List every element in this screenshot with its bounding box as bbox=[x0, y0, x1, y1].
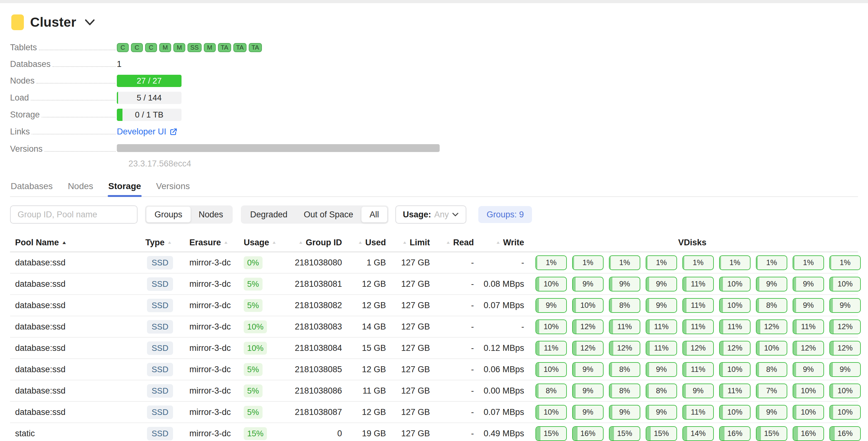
vdisk-badge[interactable]: 9% bbox=[535, 298, 567, 313]
vdisk-badge[interactable]: 11% bbox=[535, 341, 567, 355]
column-header-vdisks[interactable]: VDisks bbox=[527, 238, 858, 248]
vdisk-badge[interactable]: 12% bbox=[682, 341, 714, 355]
vdisk-badge[interactable]: 8% bbox=[609, 362, 640, 377]
column-header-used[interactable]: ▲Used bbox=[344, 238, 389, 248]
vdisk-badge[interactable]: 1% bbox=[719, 255, 750, 270]
entity-toggle-option-groups[interactable]: Groups bbox=[146, 207, 191, 222]
developer-ui-link[interactable]: Developer UI bbox=[117, 127, 178, 137]
search-input[interactable] bbox=[10, 206, 137, 224]
vdisk-badge[interactable]: 9% bbox=[793, 298, 824, 313]
vdisk-badge[interactable]: 16% bbox=[719, 426, 750, 441]
vdisk-badge[interactable]: 12% bbox=[719, 341, 750, 355]
column-header-usage[interactable]: Usage▲ bbox=[236, 238, 277, 248]
vdisk-badge[interactable]: 12% bbox=[829, 341, 861, 355]
vdisk-badge[interactable]: 9% bbox=[646, 298, 677, 313]
state-toggle-option-all[interactable]: All bbox=[362, 207, 387, 222]
vdisk-badge[interactable]: 11% bbox=[646, 341, 677, 355]
state-toggle-option-out-of-space[interactable]: Out of Space bbox=[296, 207, 362, 222]
vdisk-badge[interactable]: 9% bbox=[646, 362, 677, 377]
vdisk-badge[interactable]: 8% bbox=[756, 298, 787, 313]
vdisk-badge[interactable]: 1% bbox=[793, 255, 824, 270]
chevron-down-icon[interactable] bbox=[85, 19, 95, 26]
vdisk-badge[interactable]: 10% bbox=[829, 405, 861, 420]
vdisk-badge[interactable]: 7% bbox=[756, 383, 787, 398]
tablet-type-badge[interactable]: TA bbox=[249, 43, 262, 52]
tab-versions[interactable]: Versions bbox=[155, 179, 190, 196]
column-header-pool[interactable]: Pool Name▲ bbox=[10, 238, 136, 248]
vdisk-badge[interactable]: 1% bbox=[646, 255, 677, 270]
vdisk-badge[interactable]: 15% bbox=[609, 426, 640, 441]
vdisk-badge[interactable]: 15% bbox=[535, 426, 567, 441]
vdisk-badge[interactable]: 9% bbox=[646, 405, 677, 420]
vdisk-badge[interactable]: 10% bbox=[572, 298, 603, 313]
column-header-group[interactable]: ▲Group ID bbox=[277, 238, 344, 248]
vdisk-badge[interactable]: 15% bbox=[756, 426, 787, 441]
vdisk-badge[interactable]: 9% bbox=[572, 362, 603, 377]
vdisk-badge[interactable]: 11% bbox=[609, 319, 640, 334]
vdisk-badge[interactable]: 9% bbox=[682, 383, 714, 398]
vdisk-badge[interactable]: 11% bbox=[682, 298, 714, 313]
vdisk-badge[interactable]: 15% bbox=[646, 426, 677, 441]
tablet-type-badge[interactable]: C bbox=[117, 43, 129, 52]
vdisk-badge[interactable]: 10% bbox=[719, 405, 750, 420]
vdisk-badge[interactable]: 10% bbox=[535, 405, 567, 420]
groups-count-badge[interactable]: Groups: 9 bbox=[478, 206, 532, 223]
vdisk-badge[interactable]: 11% bbox=[682, 319, 714, 334]
vdisk-badge[interactable]: 11% bbox=[793, 319, 824, 334]
vdisk-badge[interactable]: 9% bbox=[793, 362, 824, 377]
vdisk-badge[interactable]: 12% bbox=[829, 319, 861, 334]
column-header-read[interactable]: ▲Read bbox=[432, 238, 476, 248]
usage-filter-button[interactable]: Usage: Any bbox=[395, 206, 467, 224]
vdisk-badge[interactable]: 1% bbox=[682, 255, 714, 270]
vdisk-badge[interactable]: 8% bbox=[609, 298, 640, 313]
tab-nodes[interactable]: Nodes bbox=[67, 179, 94, 196]
vdisk-badge[interactable]: 11% bbox=[719, 319, 750, 334]
vdisk-badge[interactable]: 10% bbox=[719, 298, 750, 313]
vdisk-badge[interactable]: 12% bbox=[572, 341, 603, 355]
vdisk-badge[interactable]: 8% bbox=[535, 383, 567, 398]
vdisk-badge[interactable]: 9% bbox=[829, 298, 861, 313]
vdisk-badge[interactable]: 10% bbox=[535, 319, 567, 334]
tab-databases[interactable]: Databases bbox=[10, 179, 53, 196]
vdisk-badge[interactable]: 1% bbox=[609, 255, 640, 270]
tab-storage[interactable]: Storage bbox=[108, 179, 142, 196]
vdisk-badge[interactable]: 11% bbox=[682, 362, 714, 377]
vdisk-badge[interactable]: 9% bbox=[756, 405, 787, 420]
vdisk-badge[interactable]: 14% bbox=[682, 426, 714, 441]
vdisk-badge[interactable]: 10% bbox=[829, 277, 861, 291]
column-header-write[interactable]: ▲Write bbox=[476, 238, 527, 248]
vdisk-badge[interactable]: 8% bbox=[609, 383, 640, 398]
tablet-type-badge[interactable]: SS bbox=[187, 43, 202, 52]
vdisk-badge[interactable]: 10% bbox=[535, 362, 567, 377]
tablet-type-badge[interactable]: C bbox=[131, 43, 143, 52]
vdisk-badge[interactable]: 1% bbox=[829, 255, 861, 270]
vdisk-badge[interactable]: 12% bbox=[609, 341, 640, 355]
vdisk-badge[interactable]: 8% bbox=[646, 383, 677, 398]
vdisk-badge[interactable]: 16% bbox=[793, 426, 824, 441]
tablet-type-badge[interactable]: TA bbox=[233, 43, 247, 52]
vdisk-badge[interactable]: 11% bbox=[682, 277, 714, 291]
tablet-type-badge[interactable]: M bbox=[159, 43, 171, 52]
vdisk-badge[interactable]: 11% bbox=[719, 383, 750, 398]
column-header-erasure[interactable]: Erasure▲ bbox=[184, 238, 236, 248]
vdisk-badge[interactable]: 16% bbox=[829, 426, 861, 441]
column-header-limit[interactable]: ▲Limit bbox=[389, 238, 432, 248]
vdisk-badge[interactable]: 10% bbox=[829, 383, 861, 398]
vdisk-badge[interactable]: 12% bbox=[793, 341, 824, 355]
vdisk-badge[interactable]: 10% bbox=[793, 405, 824, 420]
tablet-type-badge[interactable]: TA bbox=[218, 43, 231, 52]
vdisk-badge[interactable]: 9% bbox=[572, 405, 603, 420]
vdisk-badge[interactable]: 16% bbox=[572, 426, 603, 441]
tablet-type-badge[interactable]: M bbox=[204, 43, 216, 52]
vdisk-badge[interactable]: 10% bbox=[719, 277, 750, 291]
tablet-type-badge[interactable]: C bbox=[145, 43, 157, 52]
vdisk-badge[interactable]: 1% bbox=[535, 255, 567, 270]
vdisk-badge[interactable]: 1% bbox=[572, 255, 603, 270]
vdisk-badge[interactable]: 9% bbox=[646, 277, 677, 291]
entity-toggle-option-nodes[interactable]: Nodes bbox=[191, 207, 231, 222]
state-toggle-option-degraded[interactable]: Degraded bbox=[242, 207, 296, 222]
vdisk-badge[interactable]: 9% bbox=[609, 277, 640, 291]
vdisk-badge[interactable]: 10% bbox=[793, 383, 824, 398]
vdisk-badge[interactable]: 9% bbox=[572, 277, 603, 291]
vdisk-badge[interactable]: 9% bbox=[572, 383, 603, 398]
